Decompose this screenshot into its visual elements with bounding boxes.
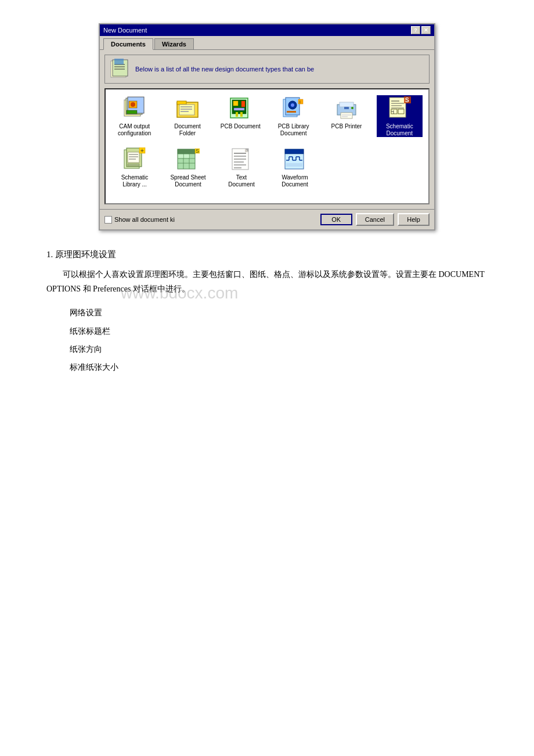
checkbox-area: Show all document ki	[104, 216, 317, 224]
section-number: 1.	[46, 250, 53, 259]
svg-rect-65	[178, 154, 183, 158]
pcb-library-icon: i	[281, 95, 306, 121]
main-paragraph: 可以根据个人喜欢设置原理图环境。主要包括窗口、图纸、格点、游标以及系统参数设置等…	[46, 267, 488, 296]
icons-area: CAM outputconfiguration	[104, 88, 430, 204]
pcb-library-label: PCB LibraryDocument	[278, 123, 309, 137]
svg-rect-66	[184, 154, 189, 158]
list-item-1: 网络设置	[70, 305, 488, 320]
list-item-4: 标准纸张大小	[70, 360, 488, 375]
tab-documents[interactable]: Documents	[103, 38, 153, 50]
description-text: Below is a list of all the new design do…	[135, 66, 314, 73]
spread-sheet-label: Spread SheetDocument	[170, 174, 205, 188]
pcb-document-label: PCB Document	[221, 123, 261, 130]
svg-rect-13	[177, 101, 186, 105]
main-content: 1. 原理图环境设置 可以根据个人喜欢设置原理图环境。主要包括窗口、图纸、格点、…	[35, 249, 499, 375]
icons-row-1: CAM outputconfiguration	[111, 95, 423, 137]
dialog-tabs: Documents Wizards	[100, 36, 434, 50]
svg-rect-16	[181, 109, 192, 110]
icon-pcb-library[interactable]: i PCB LibraryDocument	[270, 95, 316, 137]
icon-text-document[interactable]: TextDocument	[218, 146, 265, 188]
schematic-document-icon: S	[387, 95, 412, 121]
svg-point-38	[351, 107, 353, 109]
svg-rect-35	[342, 114, 351, 116]
svg-rect-23	[236, 112, 238, 117]
svg-rect-24	[240, 112, 243, 117]
svg-point-28	[291, 103, 294, 107]
list-item-3: 纸张方向	[70, 342, 488, 357]
watermark: www.bdocx.com	[104, 279, 238, 308]
svg-rect-5	[114, 59, 124, 64]
dialog-container: New Document ? ✕ Documents Wizards	[35, 23, 499, 231]
svg-rect-89	[286, 163, 302, 167]
paragraph-text: 可以根据个人喜欢设置原理图环境。主要包括窗口、图纸、格点、游标以及系统参数设置等…	[46, 270, 485, 293]
svg-rect-37	[344, 107, 349, 109]
cam-output-label: CAM outputconfiguration	[118, 123, 151, 137]
spread-sheet-icon: S	[175, 146, 201, 172]
dialog-title: New Document	[103, 27, 147, 34]
list-item-2: 纸张标题栏	[70, 324, 488, 339]
svg-rect-39	[389, 98, 406, 117]
svg-rect-20	[233, 101, 238, 106]
ok-button[interactable]: OK	[320, 214, 352, 225]
close-button[interactable]: ✕	[421, 26, 431, 34]
icon-spread-sheet[interactable]: S Spread SheetDocument	[165, 146, 211, 188]
list-items: 网络设置 纸张标题栏 纸张方向 标准纸张大小	[46, 305, 488, 375]
waveform-document-icon	[282, 146, 308, 172]
pcb-printer-label: PCB Printer	[331, 123, 362, 130]
svg-text:S: S	[405, 97, 409, 103]
svg-rect-11	[127, 110, 137, 114]
svg-rect-60	[178, 149, 195, 154]
tab-wizards[interactable]: Wizards	[154, 38, 194, 49]
svg-rect-79	[285, 149, 304, 154]
section-title: 原理图环境设置	[55, 250, 116, 259]
svg-rect-56	[128, 164, 139, 166]
pcb-printer-icon	[334, 95, 359, 121]
waveform-document-label: WaveformDocument	[282, 174, 308, 188]
svg-rect-15	[181, 106, 192, 107]
svg-text:S: S	[196, 148, 199, 154]
new-document-dialog: New Document ? ✕ Documents Wizards	[99, 23, 435, 231]
svg-text:+: +	[140, 147, 144, 154]
svg-rect-21	[241, 101, 245, 107]
dialog-body: Below is a list of all the new design do…	[100, 50, 434, 209]
checkbox-label: Show all document ki	[114, 216, 175, 223]
titlebar-buttons: ? ✕	[411, 26, 431, 34]
show-all-checkbox[interactable]	[104, 216, 112, 224]
icon-cam-output[interactable]: CAM outputconfiguration	[111, 95, 157, 137]
schematic-document-label: SchematicDocument	[386, 123, 413, 137]
icon-schematic-document[interactable]: S SchematicDocument	[377, 95, 423, 137]
svg-rect-17	[181, 111, 189, 112]
help-button[interactable]: Help	[398, 213, 430, 226]
svg-rect-22	[234, 108, 244, 110]
description-icon	[110, 59, 131, 80]
svg-rect-33	[340, 102, 353, 107]
icons-row-2: + SchematicLibrary ...	[111, 146, 423, 188]
text-document-icon	[229, 146, 254, 172]
text-document-label: TextDocument	[228, 174, 255, 188]
svg-rect-52	[128, 152, 139, 163]
cam-output-icon	[122, 95, 147, 121]
svg-text:i: i	[300, 99, 301, 105]
icon-waveform-document[interactable]: WaveformDocument	[272, 146, 318, 188]
icon-document-folder[interactable]: DocumentFolder	[164, 95, 210, 137]
help-button[interactable]: ?	[411, 26, 420, 34]
svg-point-10	[131, 102, 135, 107]
schematic-library-label: SchematicLibrary ...	[121, 174, 149, 188]
cancel-button[interactable]: Cancel	[356, 213, 394, 226]
description-box: Below is a list of all the new design do…	[104, 55, 430, 84]
dialog-titlebar: New Document ? ✕	[100, 24, 434, 36]
icon-pcb-document[interactable]: PCB Document	[218, 95, 264, 137]
pcb-document-icon	[228, 95, 253, 121]
icon-schematic-library[interactable]: + SchematicLibrary ...	[111, 146, 158, 188]
document-folder-icon	[175, 95, 200, 121]
schematic-library-icon: +	[122, 146, 147, 172]
svg-rect-29	[287, 111, 296, 113]
section-heading: 1. 原理图环境设置	[46, 249, 488, 260]
svg-rect-36	[342, 116, 348, 117]
dialog-footer: Show all document ki OK Cancel Help	[100, 209, 434, 229]
document-folder-label: DocumentFolder	[174, 123, 201, 137]
icon-pcb-printer[interactable]: PCB Printer	[323, 95, 369, 137]
